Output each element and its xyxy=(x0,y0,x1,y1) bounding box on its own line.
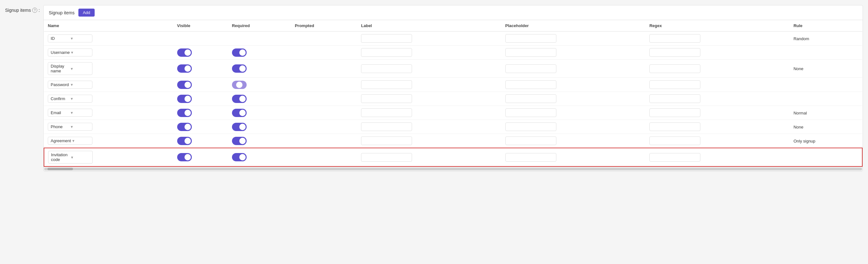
placeholder-input[interactable] xyxy=(505,80,556,89)
placeholder-input[interactable] xyxy=(505,122,556,131)
table-scroll-container: Name Visible Required Prompted Label Pla… xyxy=(44,20,863,167)
regex-input[interactable] xyxy=(649,109,701,117)
rule-cell xyxy=(789,46,862,60)
prompted-cell xyxy=(291,120,357,134)
name-dropdown[interactable]: Confirm▾ xyxy=(48,95,92,102)
rule-cell: None xyxy=(789,60,862,78)
visible-cell xyxy=(173,92,228,106)
required-toggle[interactable] xyxy=(232,49,247,57)
name-dropdown[interactable]: Invitation code▾ xyxy=(48,151,93,164)
horizontal-scrollbar[interactable] xyxy=(44,167,863,171)
required-toggle[interactable] xyxy=(232,64,247,73)
prompted-cell xyxy=(291,60,357,78)
label-input[interactable] xyxy=(361,137,412,145)
table-row: Phone▾None xyxy=(44,120,862,134)
label-input[interactable] xyxy=(361,109,412,117)
rule-cell: Only signup xyxy=(789,134,862,148)
name-dropdown[interactable]: ID▾ xyxy=(48,34,92,42)
label-input[interactable] xyxy=(361,122,412,131)
prompted-cell xyxy=(291,92,357,106)
prompted-cell xyxy=(291,32,357,46)
placeholder-cell xyxy=(501,78,646,92)
col-name: Name xyxy=(44,20,173,32)
visible-cell xyxy=(173,120,228,134)
col-visible: Visible xyxy=(173,20,228,32)
required-toggle[interactable] xyxy=(232,153,247,161)
name-dropdown[interactable]: Agreement▾ xyxy=(48,137,92,145)
label-cell xyxy=(357,120,501,134)
name-label: ID xyxy=(51,36,69,41)
placeholder-input[interactable] xyxy=(505,94,556,103)
placeholder-cell xyxy=(501,46,646,60)
regex-input[interactable] xyxy=(649,137,701,145)
name-dropdown[interactable]: Username▾ xyxy=(48,49,92,56)
name-cell-td: Email▾ xyxy=(44,106,173,120)
label-input[interactable] xyxy=(361,48,412,57)
col-placeholder: Placeholder xyxy=(501,20,646,32)
name-label: Email xyxy=(51,110,69,115)
regex-input[interactable] xyxy=(649,34,701,43)
label-input[interactable] xyxy=(361,64,412,73)
required-cell xyxy=(228,60,291,78)
visible-toggle[interactable] xyxy=(177,123,192,131)
visible-toggle[interactable] xyxy=(177,95,192,103)
visible-toggle[interactable] xyxy=(177,153,192,161)
section-label: Signup items ? : xyxy=(5,5,43,172)
regex-input[interactable] xyxy=(649,94,701,103)
required-toggle[interactable] xyxy=(232,95,247,103)
col-rule: Rule xyxy=(789,20,862,32)
rule-cell: Random xyxy=(789,32,862,46)
regex-cell xyxy=(646,92,789,106)
visible-cell xyxy=(173,106,228,120)
rule-value: Only signup xyxy=(794,139,815,144)
rule-cell: Normal xyxy=(789,106,862,120)
regex-input[interactable] xyxy=(649,153,701,162)
chevron-down-icon: ▾ xyxy=(71,96,90,101)
placeholder-input[interactable] xyxy=(505,109,556,117)
col-regex: Regex xyxy=(646,20,789,32)
required-cell xyxy=(228,106,291,120)
name-cell-td: Username▾ xyxy=(44,46,173,60)
label-input[interactable] xyxy=(361,94,412,103)
rule-value: None xyxy=(794,66,803,71)
visible-toggle[interactable] xyxy=(177,137,192,145)
visible-toggle[interactable] xyxy=(177,109,192,117)
label-cell xyxy=(357,92,501,106)
placeholder-cell xyxy=(501,148,646,167)
required-toggle[interactable] xyxy=(232,123,247,131)
placeholder-input[interactable] xyxy=(505,34,556,43)
label-cell xyxy=(357,78,501,92)
required-toggle[interactable] xyxy=(232,81,247,89)
help-icon[interactable]: ? xyxy=(32,8,37,13)
name-dropdown[interactable]: Email▾ xyxy=(48,109,92,117)
name-label: Invitation code xyxy=(51,152,70,162)
regex-input[interactable] xyxy=(649,80,701,89)
name-dropdown[interactable]: Password▾ xyxy=(48,81,92,89)
placeholder-input[interactable] xyxy=(505,64,556,73)
regex-input[interactable] xyxy=(649,48,701,57)
name-dropdown[interactable]: Phone▾ xyxy=(48,123,92,131)
placeholder-input[interactable] xyxy=(505,153,556,162)
scrollbar-thumb[interactable] xyxy=(48,168,73,170)
visible-toggle[interactable] xyxy=(177,81,192,89)
regex-input[interactable] xyxy=(649,122,701,131)
placeholder-input[interactable] xyxy=(505,137,556,145)
visible-toggle[interactable] xyxy=(177,49,192,57)
required-toggle[interactable] xyxy=(232,109,247,117)
rule-value: Random xyxy=(794,36,809,41)
visible-cell xyxy=(173,134,228,148)
table-row: Confirm▾ xyxy=(44,92,862,106)
required-toggle[interactable] xyxy=(232,137,247,145)
label-input[interactable] xyxy=(361,80,412,89)
placeholder-cell xyxy=(501,120,646,134)
label-input[interactable] xyxy=(361,34,412,43)
visible-toggle[interactable] xyxy=(177,64,192,73)
regex-input[interactable] xyxy=(649,64,701,73)
placeholder-input[interactable] xyxy=(505,48,556,57)
visible-cell xyxy=(173,60,228,78)
name-dropdown[interactable]: Display name▾ xyxy=(48,62,92,75)
add-button[interactable]: Add xyxy=(79,9,95,17)
required-cell xyxy=(228,92,291,106)
label-input[interactable] xyxy=(361,153,412,162)
label-cell xyxy=(357,106,501,120)
